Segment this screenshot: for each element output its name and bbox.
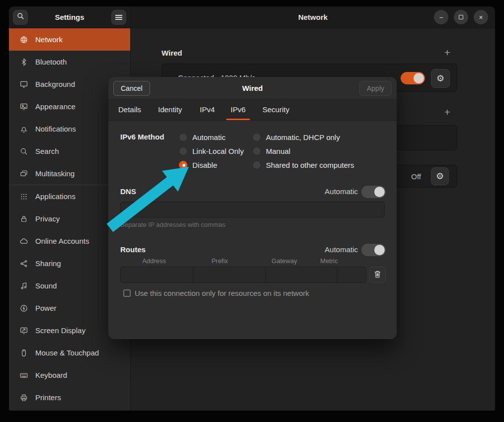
sidebar-item-label: Privacy	[35, 214, 60, 223]
hamburger-menu-icon	[115, 15, 122, 20]
dns-automatic-label: Automatic	[325, 187, 358, 196]
route-gateway-input[interactable]	[266, 267, 337, 282]
display-icon	[19, 326, 29, 336]
sidebar-item-label: Notifications	[35, 125, 76, 133]
routes-column-address: Address	[142, 257, 166, 265]
apply-button[interactable]: Apply	[359, 81, 392, 96]
tab-ipv6[interactable]: IPv6	[231, 99, 246, 120]
search-button[interactable]	[13, 10, 28, 25]
sidebar-item-label: Keyboard	[35, 371, 67, 379]
lock-icon	[19, 214, 29, 224]
radio-automatic[interactable]: Automatic	[179, 133, 226, 141]
ipv6-method-label: IPv6 Method	[120, 133, 164, 141]
radio-label: Disable	[192, 161, 217, 169]
radio-label: Automatic, DHCP only	[266, 133, 340, 141]
close-button[interactable]: ×	[474, 10, 488, 24]
dialog-tab-bar: Details Identity IPv4 IPv6 Security	[108, 99, 397, 121]
radio-disable[interactable]: Disable	[179, 160, 217, 169]
primary-menu-button[interactable]	[111, 10, 126, 25]
mouse-icon	[19, 348, 29, 358]
sidebar-item-printers[interactable]: Printers	[9, 386, 130, 409]
gear-icon: ⚙	[436, 73, 444, 84]
radio-icon	[252, 161, 261, 169]
routes-column-gateway: Gateway	[271, 257, 297, 265]
trash-icon	[374, 270, 381, 280]
radio-link-local-only[interactable]: Link-Local Only	[179, 146, 244, 155]
toggle-knob	[374, 187, 385, 197]
add-wired-connection-button[interactable]: +	[441, 47, 453, 59]
toggle-knob	[374, 245, 385, 255]
routes-automatic-toggle[interactable]	[361, 244, 386, 256]
sidebar-item-label: Network	[35, 35, 63, 44]
app-grid-icon	[19, 192, 29, 202]
bluetooth-icon	[19, 57, 29, 67]
app-title: Settings	[28, 13, 111, 21]
routes-column-metric: Metric	[320, 257, 337, 265]
plus-icon: +	[444, 47, 450, 58]
radio-automatic-dhcp-only[interactable]: Automatic, DHCP only	[252, 133, 340, 141]
proxy-options-button[interactable]: ⚙	[431, 167, 449, 185]
route-prefix-input[interactable]	[193, 267, 266, 282]
sidebar-item-mouse-touchpad[interactable]: Mouse & Touchpad	[9, 342, 130, 364]
dialog-headerbar: Cancel Wired Apply	[108, 77, 397, 99]
sidebar-item-label: Screen Display	[35, 326, 85, 335]
radio-label: Manual	[266, 147, 290, 155]
add-vpn-button[interactable]: +	[441, 107, 453, 119]
sidebar-item-network[interactable]: Network	[9, 28, 130, 51]
minimize-icon: −	[439, 13, 443, 21]
route-address-input[interactable]	[121, 267, 193, 282]
page-title: Network	[298, 13, 328, 21]
sidebar-item-label: Mouse & Touchpad	[35, 349, 99, 357]
tab-identity[interactable]: Identity	[158, 99, 182, 120]
restrict-connection-label: Use this connection only for resources o…	[135, 289, 309, 297]
route-metric-input[interactable]	[337, 267, 366, 282]
dns-hint: Separate IP addresses with commas	[120, 221, 225, 228]
minimize-button[interactable]: −	[434, 10, 448, 24]
radio-label: Shared to other computers	[266, 161, 354, 169]
sidebar-item-label: Sharing	[35, 259, 61, 268]
tab-security[interactable]: Security	[262, 99, 289, 120]
gear-icon: ⚙	[436, 171, 444, 182]
sidebar-item-label: Background	[35, 80, 75, 88]
dns-automatic-toggle[interactable]	[361, 186, 386, 198]
cancel-button[interactable]: Cancel	[113, 81, 150, 96]
printer-icon	[19, 393, 29, 403]
restrict-connection-checkbox[interactable]	[123, 289, 131, 297]
dialog-title: Wired	[242, 84, 263, 92]
network-globe-icon	[19, 35, 29, 45]
dns-input[interactable]	[120, 202, 385, 217]
sidebar-item-label: Power	[35, 304, 57, 312]
cloud-icon	[19, 236, 29, 246]
music-note-icon	[19, 281, 29, 291]
sidebar-item-label: Sound	[35, 281, 57, 290]
radio-icon	[179, 133, 187, 141]
maximize-icon	[459, 15, 463, 19]
sidebar-header: Settings	[9, 6, 130, 28]
radio-icon	[179, 161, 187, 169]
wired-options-button[interactable]: ⚙	[431, 69, 450, 88]
tab-ipv4[interactable]: IPv4	[200, 99, 215, 120]
keyboard-icon	[19, 370, 29, 380]
plus-icon: +	[444, 106, 450, 118]
wired-toggle[interactable]	[401, 72, 425, 84]
radio-shared-to-other-computers[interactable]: Shared to other computers	[252, 160, 354, 169]
toggle-knob	[414, 73, 424, 83]
sidebar-item-bluetooth[interactable]: Bluetooth	[9, 51, 130, 73]
delete-route-button[interactable]	[369, 267, 386, 283]
radio-label: Automatic	[192, 133, 226, 141]
routes-row	[120, 267, 366, 283]
sidebar-item-label: Bluetooth	[35, 58, 67, 66]
tab-details[interactable]: Details	[118, 99, 141, 120]
sidebar-item-label: Search	[35, 147, 59, 155]
screenshot-root: Settings Network Bluetooth Background	[0, 0, 504, 422]
window-controls: − ×	[434, 10, 488, 24]
search-icon	[17, 12, 24, 22]
radio-icon	[179, 147, 187, 155]
sidebar-item-label: Applications	[35, 192, 76, 201]
radio-manual[interactable]: Manual	[252, 146, 290, 155]
radio-label: Link-Local Only	[192, 147, 244, 155]
sidebar-item-label: Printers	[35, 393, 61, 402]
sidebar-item-label: Appearance	[35, 102, 76, 111]
maximize-button[interactable]	[454, 10, 468, 24]
sidebar-item-keyboard[interactable]: Keyboard	[9, 364, 130, 386]
